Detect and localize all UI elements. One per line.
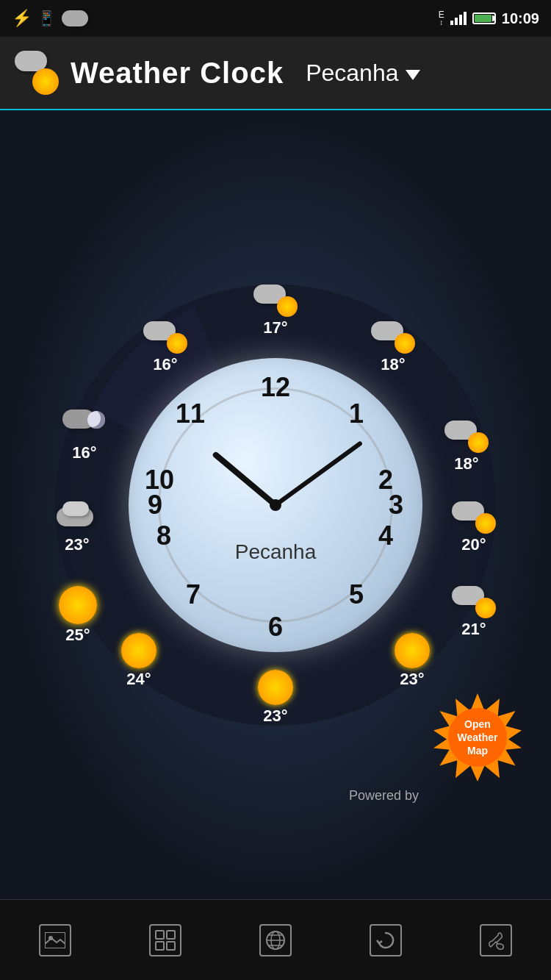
refresh-icon[interactable] bbox=[370, 924, 402, 956]
main-content: 17° 16° 18° 16° bbox=[0, 110, 551, 899]
location-dropdown-icon[interactable] bbox=[406, 70, 420, 80]
sim-icon: 📱 bbox=[37, 10, 56, 27]
weather-temp-leftlow: 25° bbox=[65, 626, 90, 645]
clock-num-10: 10 bbox=[146, 467, 173, 493]
notification-cloud-icon bbox=[62, 10, 88, 26]
clock-num-1: 1 bbox=[343, 401, 370, 427]
clock-face: 12 1 2 3 4 5 6 7 8 9 10 11 Pecanha bbox=[129, 358, 422, 652]
nav-item-map[interactable] bbox=[228, 911, 323, 970]
nav-item-refresh[interactable] bbox=[338, 911, 433, 970]
weather-item-rightlow: 21° bbox=[452, 586, 496, 639]
sun-circle[interactable]: OpenWeatherMap bbox=[448, 708, 507, 767]
clock-num-4: 4 bbox=[372, 523, 399, 549]
bottom-nav bbox=[0, 899, 551, 980]
sun-button-shape[interactable]: OpenWeatherMap bbox=[433, 693, 522, 782]
weather-temp-top: 17° bbox=[263, 318, 287, 337]
clock-num-11: 11 bbox=[177, 401, 204, 427]
svg-rect-6 bbox=[156, 942, 164, 950]
weather-temp-bottomcenter: 23° bbox=[263, 707, 287, 726]
clock-num-8: 8 bbox=[151, 523, 177, 549]
clock-num-5: 5 bbox=[343, 582, 370, 608]
weather-icon-leftup bbox=[62, 409, 107, 442]
weather-item-bottomright: 23° bbox=[395, 633, 430, 689]
weather-icon-rightlow bbox=[452, 586, 496, 618]
nav-item-wallpaper[interactable] bbox=[7, 911, 103, 970]
weather-item-leftlow: 25° bbox=[59, 586, 97, 645]
clock-num-6: 6 bbox=[262, 614, 289, 640]
clock-num-9: 9 bbox=[142, 492, 168, 518]
weather-temp-bottomleft: 24° bbox=[126, 670, 151, 689]
wrench-icon[interactable] bbox=[480, 924, 512, 956]
status-left-icons: ⚡ 📱 bbox=[12, 9, 88, 28]
clock-num-7: 7 bbox=[180, 582, 206, 608]
clock-container: 17° 16° 18° 16° bbox=[48, 277, 503, 733]
weather-icon-topright bbox=[371, 321, 415, 354]
weather-icon-topleft bbox=[143, 321, 187, 354]
clock-num-3: 3 bbox=[383, 492, 409, 518]
weather-item-topleft: 16° bbox=[143, 321, 187, 374]
owm-button[interactable]: OpenWeatherMap bbox=[433, 693, 522, 782]
weather-item-rightup: 18° bbox=[444, 421, 489, 473]
app-bar: Weather Clock Pecanha bbox=[0, 37, 551, 110]
weather-item-topright: 18° bbox=[371, 321, 415, 374]
signal-strength-icon bbox=[450, 12, 467, 25]
weather-item-bottomcenter: 23° bbox=[258, 670, 293, 726]
sunny-icon-bottomright bbox=[395, 633, 430, 668]
weather-temp-rightmid: 20° bbox=[461, 535, 486, 554]
clock-city-name: Pecanha bbox=[235, 540, 317, 564]
center-dot bbox=[270, 499, 281, 511]
usb-icon: ⚡ bbox=[12, 9, 32, 28]
status-time: 10:09 bbox=[502, 10, 539, 27]
weather-icon-rightmid bbox=[452, 501, 496, 534]
weather-item-top: 17° bbox=[253, 285, 298, 337]
svg-rect-7 bbox=[167, 942, 175, 950]
status-right-icons: E ↕ 10:09 bbox=[439, 10, 539, 27]
globe-icon[interactable] bbox=[259, 924, 292, 956]
app-title: Weather Clock bbox=[71, 57, 284, 90]
powered-by-text: Powered by bbox=[349, 788, 419, 804]
weather-temp-rightlow: 21° bbox=[461, 620, 486, 639]
wallpaper-icon[interactable] bbox=[39, 924, 71, 956]
weather-temp-leftmid: 23° bbox=[65, 535, 89, 554]
sunny-icon-bottomleft bbox=[121, 633, 156, 668]
weather-temp-leftup: 16° bbox=[72, 443, 96, 462]
location-name[interactable]: Pecanha bbox=[306, 60, 398, 87]
weather-icon-leftmid bbox=[55, 501, 99, 534]
weather-temp-topright: 18° bbox=[381, 355, 405, 374]
widgets-icon[interactable] bbox=[149, 924, 181, 956]
battery-icon bbox=[472, 12, 496, 24]
svg-rect-5 bbox=[167, 931, 175, 939]
sunny-icon-bottomcenter bbox=[258, 670, 293, 705]
sunny-icon-leftlow bbox=[59, 586, 97, 624]
weather-item-rightmid: 20° bbox=[452, 501, 496, 554]
weather-item-leftup: 16° bbox=[62, 409, 107, 462]
clock-num-12: 12 bbox=[262, 374, 289, 401]
weather-icon-top bbox=[253, 285, 298, 317]
owm-button-text: OpenWeatherMap bbox=[458, 718, 498, 758]
weather-item-leftmid: 23° bbox=[55, 501, 99, 554]
app-icon bbox=[15, 51, 59, 95]
nav-item-widgets[interactable] bbox=[118, 911, 213, 970]
weather-temp-rightup: 18° bbox=[454, 454, 478, 473]
status-bar: ⚡ 📱 E ↕ 10:09 bbox=[0, 0, 551, 37]
weather-temp-bottomright: 23° bbox=[400, 670, 424, 689]
data-signal-icon: E ↕ bbox=[439, 10, 444, 26]
weather-icon-rightup bbox=[444, 421, 489, 453]
svg-rect-4 bbox=[156, 931, 164, 939]
weather-temp-topleft: 16° bbox=[153, 355, 177, 374]
nav-item-settings[interactable] bbox=[448, 911, 544, 970]
weather-item-bottomleft: 24° bbox=[121, 633, 156, 689]
